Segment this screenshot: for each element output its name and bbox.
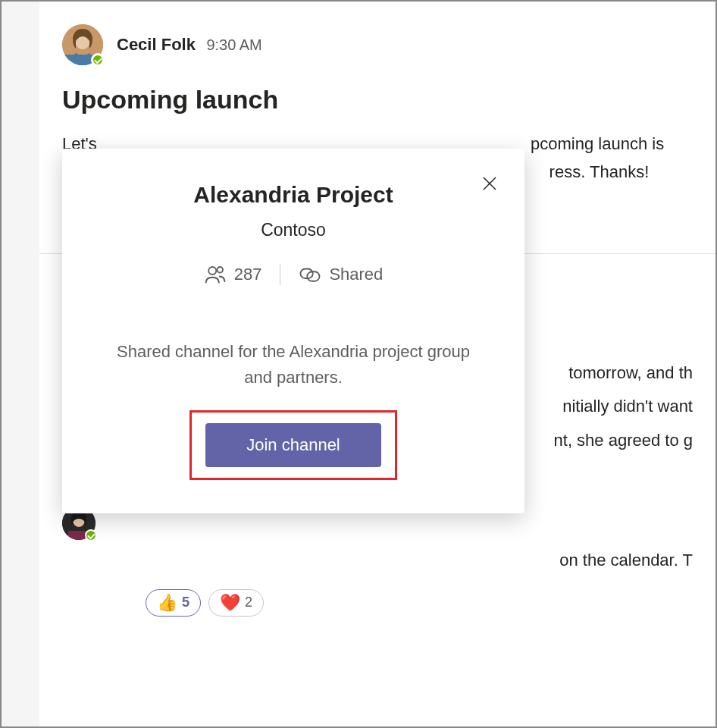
people-icon — [204, 263, 227, 286]
org-name: Contoso — [100, 220, 487, 240]
shared-indicator: Shared — [299, 263, 383, 286]
author-line: Cecil Folk 9:30 AM — [117, 35, 262, 55]
channel-info-popover: Alexandria Project Contoso 287 Shared Sh… — [62, 149, 524, 513]
channel-name: Alexandria Project — [100, 182, 487, 208]
author-avatar-wrap[interactable] — [62, 24, 103, 65]
close-icon — [481, 174, 499, 193]
reply-text-fragment: nt, she agreed to g — [554, 431, 693, 450]
reply-text-fragment: on the calendar. T — [559, 551, 693, 570]
presence-available-icon — [91, 53, 105, 67]
reaction-thumbsup[interactable]: 👍 5 — [146, 589, 201, 617]
post-title: Upcoming launch — [62, 85, 693, 115]
author-name[interactable]: Cecil Folk — [117, 35, 196, 54]
post-timestamp: 9:30 AM — [206, 36, 261, 53]
reply-text-fragment: tomorrow, and th — [568, 363, 693, 382]
post-body-fragment: ress. Thanks! — [549, 162, 650, 181]
post-body-fragment: pcoming launch is — [531, 134, 664, 153]
reaction-count: 5 — [182, 595, 189, 610]
post-header: Cecil Folk 9:30 AM — [62, 24, 693, 65]
reaction-count: 2 — [245, 595, 252, 610]
join-channel-button[interactable]: Join channel — [205, 423, 381, 467]
highlight-annotation: Join channel — [189, 410, 397, 480]
member-count: 287 — [204, 263, 262, 286]
member-count-value: 287 — [234, 265, 262, 284]
reply-body: on the calendar. T — [39, 546, 715, 576]
svg-point-9 — [208, 267, 216, 275]
shared-label: Shared — [329, 265, 383, 284]
reply-text-fragment: nitially didn't want — [562, 397, 693, 416]
svg-point-10 — [217, 267, 223, 273]
reply-reactions: 👍 5 ❤️ 2 — [39, 589, 715, 617]
separator — [280, 264, 280, 285]
reaction-heart[interactable]: ❤️ 2 — [208, 589, 264, 617]
presence-available-icon — [85, 529, 97, 541]
channel-description: Shared channel for the Alexandria projec… — [100, 339, 487, 391]
thumbsup-icon: 👍 — [157, 593, 177, 613]
shared-channel-icon — [299, 263, 321, 286]
heart-icon: ❤️ — [220, 593, 240, 613]
channel-meta: 287 Shared — [100, 263, 487, 286]
close-button[interactable] — [479, 173, 500, 194]
